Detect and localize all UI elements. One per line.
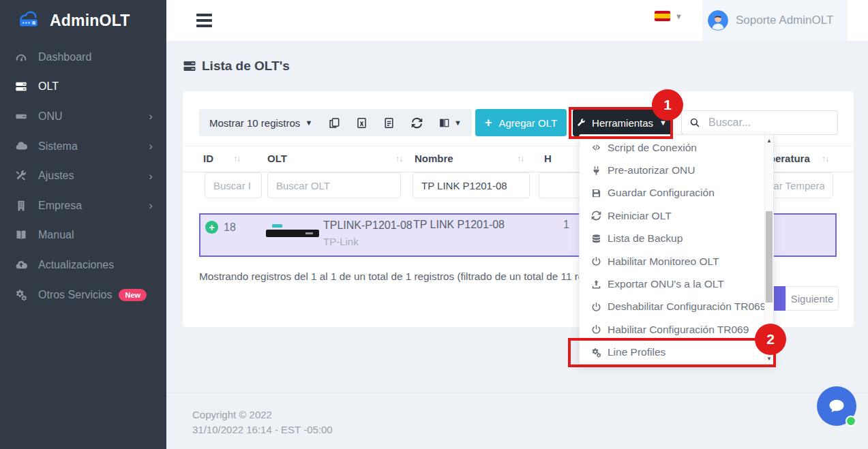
adminolt-logo[interactable]: AdminOLT — [0, 0, 166, 41]
search-icon — [689, 117, 700, 128]
copy-button[interactable] — [329, 117, 340, 129]
filter-nombre-input[interactable] — [413, 172, 530, 198]
row-olt-brand: TP-Link — [323, 236, 359, 247]
device-icon — [15, 110, 28, 123]
sidebar-item-label: ONU — [38, 110, 63, 123]
sort-icon: ↑↓ — [395, 154, 402, 164]
row-next-col: 1 — [563, 219, 569, 231]
speech-bubble-icon — [826, 396, 847, 416]
tools-menu: Script de ConexiónPre-autorizar ONUGuard… — [579, 134, 774, 365]
cloud-icon — [15, 140, 28, 153]
online-status-dot — [845, 416, 856, 427]
sidebar-item-sistema[interactable]: Sistema› — [0, 131, 166, 161]
footer-copyright: Copyright © 2022 — [192, 407, 868, 422]
column-header-h[interactable]: H — [544, 153, 552, 164]
database-icon — [591, 234, 601, 244]
tools-menu-item-reiniciar-olt[interactable]: Reiniciar OLT — [580, 204, 773, 227]
cogs-icon — [15, 289, 28, 301]
sidebar-item-olt[interactable]: OLT — [0, 72, 166, 102]
code-icon — [591, 142, 601, 153]
footer: Copyright © 2022 31/10/2022 16:14 - EST … — [166, 392, 868, 449]
caret-down-icon: ▼ — [675, 12, 683, 20]
column-header-nombre[interactable]: Nombre — [415, 153, 453, 164]
sidebar-item-manual[interactable]: Manual — [0, 221, 166, 251]
chevron-right-icon: › — [149, 110, 153, 122]
upload-icon — [591, 279, 601, 290]
page-length-select[interactable]: Mostrar 10 registros ▼ — [209, 117, 312, 129]
new-badge: New — [119, 289, 147, 301]
sync-icon — [591, 211, 601, 221]
tools-menu-item-lista-de-backup[interactable]: Lista de Backup — [580, 228, 773, 250]
language-selector[interactable]: ▼ — [655, 11, 683, 21]
power-icon — [591, 302, 601, 312]
tools-menu-item-pre-autorizar-onu[interactable]: Pre-autorizar ONU — [580, 159, 773, 181]
tools-menu-item-habilitar-monitoreo-olt[interactable]: Habilitar Monitoreo OLT — [580, 250, 773, 273]
menu-toggle-button[interactable] — [196, 14, 213, 30]
plug-icon — [591, 166, 601, 176]
annotation-step-2: 2 — [755, 324, 786, 355]
chevron-right-icon: › — [149, 200, 153, 211]
sidebar-item-label: Dashboard — [38, 51, 91, 63]
search-input[interactable] — [707, 116, 830, 129]
caret-down-icon: ▼ — [454, 119, 462, 127]
sidebar-item-label: OLT — [38, 80, 59, 93]
sidebar-item-label: Otros Servicios — [38, 289, 112, 301]
sidebar-item-label: Empresa — [38, 200, 82, 212]
sidebar-item-empresa[interactable]: Empresa› — [0, 191, 166, 221]
scrollbar-thumb[interactable] — [766, 211, 773, 303]
adminolt-logo-icon — [14, 7, 44, 33]
tools-menu-item-label: Deshabilitar Configuración TR069 — [608, 300, 766, 313]
server-icon — [183, 59, 196, 73]
excel-export-button[interactable] — [356, 117, 368, 129]
chevron-right-icon: › — [149, 170, 153, 182]
scroll-up-icon[interactable]: ▲ — [765, 136, 773, 145]
tools-menu-item-script-de-conexion[interactable]: Script de Conexión — [580, 136, 773, 159]
sidebar-item-label: Sistema — [38, 140, 78, 153]
tools-menu-item-label: Habilitar Monitoreo OLT — [608, 256, 719, 268]
logo-text: AdminOLT — [50, 12, 130, 30]
tools-menu-item-label: Script de Conexión — [608, 142, 697, 154]
column-header-id[interactable]: ID — [203, 153, 213, 164]
filter-olt-input[interactable] — [267, 172, 401, 198]
tools-menu-item-label: Reiniciar OLT — [608, 210, 672, 222]
table-info: Mostrando registros del 1 al 1 de un tot… — [199, 270, 584, 283]
power-icon — [591, 324, 601, 335]
sidebar-item-otros-servicios[interactable]: Otros ServiciosNew — [0, 280, 166, 310]
sort-icon: ↑↓ — [822, 154, 828, 164]
column-header-olt[interactable]: OLT — [267, 153, 287, 164]
sidebar-item-ajustes[interactable]: Ajustes› — [0, 161, 166, 191]
annotation-box-2 — [568, 338, 776, 367]
tools-menu-item-deshabilitar-configuracion-tr069[interactable]: Deshabilitar Configuración TR069 — [580, 296, 773, 318]
sidebar-item-actualizaciones[interactable]: Actualizaciones — [0, 250, 166, 280]
avatar — [708, 10, 728, 31]
expand-row-button[interactable]: + — [205, 221, 218, 234]
cloud-upload-icon — [15, 259, 28, 271]
add-olt-button[interactable]: + Agregar OLT — [475, 109, 567, 136]
sidebar-item-dashboard[interactable]: Dashboard — [0, 42, 166, 72]
tools-menu-item-guardar-configuracion[interactable]: Guardar Configuración — [580, 182, 773, 204]
row-nombre: TP LINK P1201-08 — [413, 219, 505, 231]
chevron-right-icon: › — [149, 140, 153, 152]
building-icon — [15, 200, 28, 212]
adminolt-app: AdminOLT DashboardOLTONU›Sistema›Ajustes… — [0, 0, 868, 449]
caret-down-icon: ▼ — [305, 119, 312, 127]
row-olt-model: TPLINK-P1201-08 — [323, 219, 413, 232]
reload-table-button[interactable] — [411, 117, 423, 129]
column-visibility-button[interactable]: ▼ — [438, 117, 462, 129]
page-title: Lista de OLT's — [183, 59, 290, 74]
sort-icon: ↑↓ — [517, 154, 524, 164]
sidebar-item-onu[interactable]: ONU› — [0, 102, 166, 131]
tools-icon — [15, 170, 28, 182]
annotation-step-1: 1 — [652, 89, 683, 121]
spain-flag-icon — [655, 11, 670, 21]
tools-menu-item-label: Guardar Configuración — [608, 187, 715, 199]
user-menu[interactable]: Soporte AdminOLT — [702, 0, 848, 41]
next-page-button[interactable]: Siguiente — [785, 286, 839, 311]
file-export-button[interactable] — [383, 117, 395, 129]
sort-icon: ↑↓ — [233, 154, 240, 164]
server-icon — [15, 80, 28, 93]
user-name: Soporte AdminOLT — [736, 14, 833, 27]
filter-id-input[interactable] — [205, 172, 262, 198]
olt-device-image — [266, 223, 319, 245]
tools-menu-item-exportar-onu-s-a-la-olt[interactable]: Exportar ONU's a la OLT — [580, 273, 773, 295]
